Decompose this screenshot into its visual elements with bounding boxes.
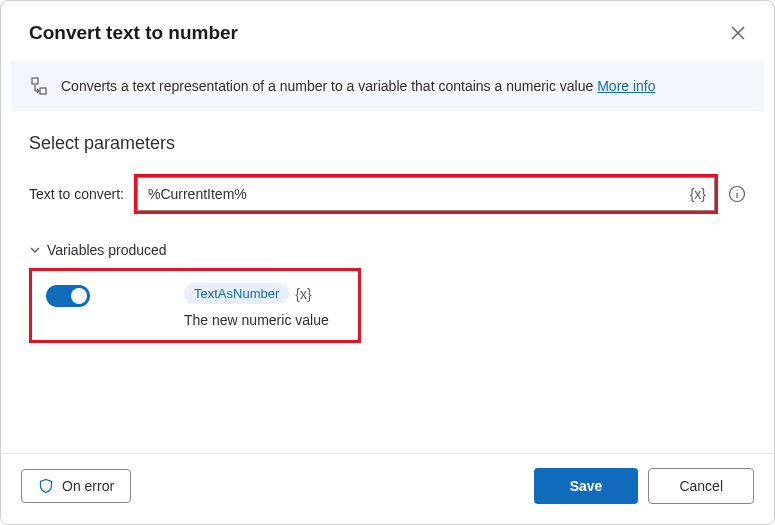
- variables-produced-label: Variables produced: [47, 242, 167, 258]
- text-to-convert-input[interactable]: [138, 180, 682, 208]
- dialog-title: Convert text to number: [29, 22, 238, 44]
- banner-description: Converts a text representation of a numb…: [61, 78, 597, 94]
- shield-icon: [38, 478, 54, 494]
- svg-rect-2: [32, 78, 38, 84]
- info-banner-text: Converts a text representation of a numb…: [61, 78, 656, 94]
- on-error-button[interactable]: On error: [21, 469, 131, 503]
- cancel-button[interactable]: Cancel: [648, 468, 754, 504]
- variable-name-chip[interactable]: TextAsNumber: [184, 283, 289, 304]
- variable-name-row: TextAsNumber {x}: [184, 283, 329, 304]
- chevron-down-icon: [29, 244, 41, 256]
- variable-x-icon: {x}: [295, 286, 311, 302]
- info-icon: [728, 185, 746, 203]
- dialog-header: Convert text to number: [1, 1, 774, 59]
- text-to-convert-label: Text to convert:: [29, 186, 124, 202]
- svg-point-8: [736, 190, 737, 191]
- close-button[interactable]: [726, 21, 750, 45]
- on-error-label: On error: [62, 478, 114, 494]
- text-to-convert-row: Text to convert: {x}: [29, 174, 746, 214]
- dialog-content: Select parameters Text to convert: {x}: [1, 111, 774, 453]
- toggle-knob: [71, 288, 87, 304]
- info-banner: Converts a text representation of a numb…: [11, 61, 764, 111]
- variables-produced-toggle[interactable]: Variables produced: [29, 242, 746, 258]
- variable-toggle[interactable]: [46, 285, 90, 307]
- save-button[interactable]: Save: [534, 468, 639, 504]
- section-title: Select parameters: [29, 133, 746, 154]
- variable-picker-button[interactable]: {x}: [682, 182, 714, 206]
- convert-icon: [31, 77, 47, 95]
- input-highlight-box: {x}: [134, 174, 718, 214]
- variables-highlight-box: TextAsNumber {x} The new numeric value: [29, 268, 361, 343]
- footer-actions: Save Cancel: [534, 468, 754, 504]
- svg-rect-3: [40, 88, 46, 94]
- text-to-convert-input-wrapper: {x}: [137, 177, 715, 211]
- more-info-link[interactable]: More info: [597, 78, 655, 94]
- close-icon: [730, 25, 746, 41]
- dialog-container: Convert text to number Converts a text r…: [0, 0, 775, 525]
- variable-row: TextAsNumber {x} The new numeric value: [46, 283, 344, 328]
- variable-description: The new numeric value: [184, 312, 329, 328]
- variable-info: TextAsNumber {x} The new numeric value: [118, 283, 329, 328]
- dialog-footer: On error Save Cancel: [1, 453, 774, 524]
- field-info-button[interactable]: [728, 185, 746, 203]
